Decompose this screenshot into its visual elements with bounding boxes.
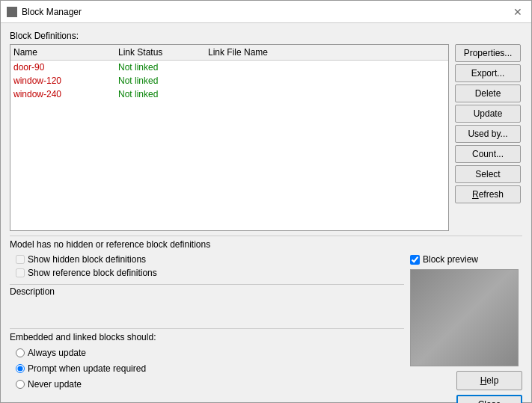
- col-header-link-file: Link File Name: [208, 47, 445, 58]
- show-reference-row: Show reference block definitions: [16, 268, 404, 278]
- prompt-update-label: Prompt when update required: [28, 363, 146, 374]
- show-hidden-label: Show hidden block definitions: [28, 254, 146, 265]
- delete-button[interactable]: Delete: [455, 84, 521, 102]
- update-button[interactable]: Update: [455, 105, 521, 123]
- description-label: Description: [10, 284, 404, 297]
- never-update-radio[interactable]: [16, 380, 25, 389]
- table-row[interactable]: door-90 Not linked: [10, 61, 448, 74]
- title-bar: Block Manager ✕: [1, 1, 531, 23]
- right-bottom: Block preview Help Close: [410, 254, 522, 403]
- table-row[interactable]: window-120 Not linked: [10, 74, 448, 87]
- prompt-update-row: Prompt when update required: [16, 363, 404, 374]
- svg-rect-1: [9, 10, 12, 13]
- cell-link-status: Not linked: [118, 62, 208, 73]
- never-update-row: Never update: [16, 379, 404, 390]
- show-hidden-row: Show hidden block definitions: [16, 254, 404, 265]
- table-row[interactable]: window-240 Not linked: [10, 87, 448, 101]
- window-title: Block Manager: [22, 7, 82, 17]
- count-button[interactable]: Count...: [455, 145, 521, 163]
- action-buttons: Properties... Export... Delete Update Us…: [455, 44, 522, 231]
- prompt-update-radio[interactable]: [16, 364, 25, 373]
- preview-checkbox-row: Block preview: [410, 254, 478, 265]
- embedded-label: Embedded and linked blocks should:: [10, 328, 404, 342]
- always-update-label: Always update: [28, 348, 86, 358]
- left-bottom: Show hidden block definitions Show refer…: [10, 254, 404, 403]
- never-update-label: Never update: [28, 379, 82, 390]
- description-area: [10, 300, 404, 322]
- cell-link-status: Not linked: [118, 89, 208, 99]
- table-header: Name Link Status Link File Name: [10, 45, 448, 61]
- window-close-button[interactable]: ✕: [510, 4, 525, 19]
- cell-name: window-120: [13, 76, 118, 86]
- block-preview-box: [410, 269, 519, 366]
- show-reference-label: Show reference block definitions: [28, 268, 157, 278]
- select-button[interactable]: Select: [455, 165, 521, 183]
- always-update-radio[interactable]: [16, 348, 25, 357]
- block-preview-label: Block preview: [423, 254, 478, 265]
- cell-name: window-240: [13, 89, 118, 99]
- used-by-button[interactable]: Used by...: [455, 125, 521, 143]
- block-preview-checkbox[interactable]: [410, 255, 420, 265]
- main-area: Name Link Status Link File Name door-90 …: [10, 44, 522, 231]
- block-table[interactable]: Name Link Status Link File Name door-90 …: [10, 44, 449, 231]
- properties-button[interactable]: Properties...: [455, 44, 521, 62]
- status-text: Model has no hidden or reference block d…: [10, 236, 522, 250]
- show-hidden-checkbox[interactable]: [16, 255, 25, 264]
- help-button[interactable]: Help: [456, 371, 522, 390]
- show-reference-checkbox[interactable]: [16, 268, 25, 277]
- col-header-link-status: Link Status: [118, 47, 208, 58]
- cell-link-status: Not linked: [118, 76, 208, 86]
- content-area: Block Definitions: Name Link Status Link…: [1, 23, 531, 403]
- block-manager-window: Block Manager ✕ Block Definitions: Name …: [0, 0, 532, 403]
- col-header-name: Name: [13, 47, 118, 58]
- export-button[interactable]: Export...: [455, 64, 521, 82]
- window-icon: [7, 7, 17, 17]
- bottom-area: Show hidden block definitions Show refer…: [10, 254, 522, 403]
- block-definitions-label: Block Definitions:: [10, 31, 522, 41]
- cell-name: door-90: [13, 62, 118, 73]
- svg-rect-2: [13, 10, 15, 13]
- close-button[interactable]: Close: [456, 395, 522, 403]
- refresh-button[interactable]: Refresh: [455, 185, 521, 203]
- always-update-row: Always update: [16, 348, 404, 358]
